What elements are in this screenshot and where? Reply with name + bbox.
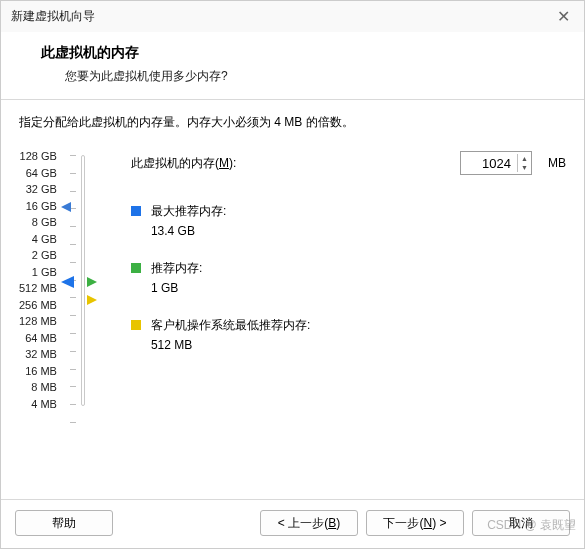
slider-track[interactable] xyxy=(81,155,85,406)
scale-label: 32 MB xyxy=(25,349,57,360)
legend-max-value: 13.4 GB xyxy=(151,224,226,238)
recommended-pointer-icon xyxy=(87,277,97,287)
scale-label: 4 GB xyxy=(32,234,57,245)
current-pointer-icon[interactable] xyxy=(61,276,74,288)
max-pointer-icon xyxy=(61,202,71,212)
scale-label: 128 GB xyxy=(20,151,57,162)
legend-min: 客户机操作系统最低推荐内存: 512 MB xyxy=(131,317,566,352)
scale-label: 256 MB xyxy=(19,300,57,311)
help-button[interactable]: 帮助 xyxy=(15,510,113,536)
titlebar: 新建虚拟机向导 ✕ xyxy=(1,1,584,32)
page-title: 此虚拟机的内存 xyxy=(41,44,566,62)
scale-label: 8 GB xyxy=(32,217,57,228)
close-icon[interactable]: ✕ xyxy=(553,7,574,26)
scale-label: 64 GB xyxy=(26,168,57,179)
footer: 帮助 < 上一步(B) 下一步(N) > 取消 xyxy=(1,499,584,548)
scale-label: 64 MB xyxy=(25,333,57,344)
memory-label: 此虚拟机的内存(M): xyxy=(131,155,448,172)
scale-label: 512 MB xyxy=(19,283,57,294)
square-icon-yellow xyxy=(131,320,141,330)
scale-labels: 128 GB64 GB32 GB16 GB8 GB4 GB2 GB1 GB512… xyxy=(19,151,61,410)
square-icon-blue xyxy=(131,206,141,216)
memory-input-row: 此虚拟机的内存(M): ▲ ▼ MB xyxy=(131,151,566,175)
memory-field[interactable] xyxy=(461,154,517,173)
legend-recommended: 推荐内存: 1 GB xyxy=(131,260,566,295)
back-button[interactable]: < 上一步(B) xyxy=(260,510,358,536)
legend-min-value: 512 MB xyxy=(151,338,310,352)
scale-label: 1 GB xyxy=(32,267,57,278)
legend-rec-value: 1 GB xyxy=(151,281,202,295)
memory-scale: 128 GB64 GB32 GB16 GB8 GB4 GB2 GB1 GB512… xyxy=(19,151,103,410)
memory-unit: MB xyxy=(548,156,566,170)
scale-label: 16 MB xyxy=(25,366,57,377)
next-button[interactable]: 下一步(N) > xyxy=(366,510,464,536)
spinner-down-icon[interactable]: ▼ xyxy=(518,163,531,172)
window-title: 新建虚拟机向导 xyxy=(11,8,95,25)
slider-track-wrap[interactable] xyxy=(61,151,103,410)
legend-max-label: 最大推荐内存: xyxy=(151,203,226,220)
legend-max: 最大推荐内存: 13.4 GB xyxy=(131,203,566,238)
spinner-arrows[interactable]: ▲ ▼ xyxy=(517,154,531,172)
info-column: 此虚拟机的内存(M): ▲ ▼ MB 最大推荐内存: 13.4 GB 推荐内存: xyxy=(103,151,566,410)
scale-label: 4 MB xyxy=(31,399,57,410)
scale-label: 2 GB xyxy=(32,250,57,261)
spinner-up-icon[interactable]: ▲ xyxy=(518,154,531,163)
memory-input[interactable]: ▲ ▼ xyxy=(460,151,532,175)
page-subtitle: 您要为此虚拟机使用多少内存? xyxy=(41,68,566,85)
legend-rec-label: 推荐内存: xyxy=(151,260,202,277)
square-icon-green xyxy=(131,263,141,273)
main-area: 128 GB64 GB32 GB16 GB8 GB4 GB2 GB1 GB512… xyxy=(1,141,584,410)
scale-label: 128 MB xyxy=(19,316,57,327)
instruction-text: 指定分配给此虚拟机的内存量。内存大小必须为 4 MB 的倍数。 xyxy=(1,100,584,141)
scale-label: 8 MB xyxy=(31,382,57,393)
legend-min-label: 客户机操作系统最低推荐内存: xyxy=(151,317,310,334)
wizard-header: 此虚拟机的内存 您要为此虚拟机使用多少内存? xyxy=(1,32,584,99)
scale-label: 32 GB xyxy=(26,184,57,195)
min-pointer-icon xyxy=(87,295,97,305)
scale-label: 16 GB xyxy=(26,201,57,212)
cancel-button[interactable]: 取消 xyxy=(472,510,570,536)
